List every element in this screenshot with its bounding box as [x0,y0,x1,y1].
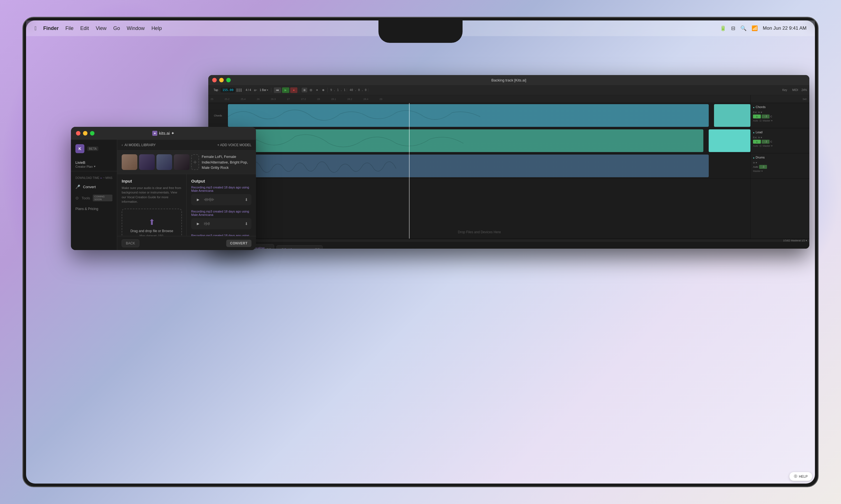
menubar-file[interactable]: File [65,25,73,31]
help-button[interactable]: ⓪ HELP [789,472,812,481]
mode-btn-2[interactable]: ⊡ [308,88,314,92]
logic-fullscreen-button[interactable] [226,78,231,82]
audio-player-1: ▶ [191,194,252,205]
ruler-mark: 28.1 [331,98,336,101]
model-card-2[interactable] [139,154,155,170]
chevron-down-icon[interactable]: ▾ [94,165,96,168]
logic-minimize-button[interactable] [219,78,224,82]
chords-block-2[interactable] [714,104,751,127]
mode-btn-1[interactable]: ⊕ [302,88,307,92]
ruler-mark: 27.2 [301,98,306,101]
apple-logo-icon:  [34,25,36,32]
waveform-bar [208,222,209,226]
user-info: LivieB Creator Plan ▾ [71,158,117,172]
output-label-2: Recording.mp3 created 18 days ago using … [191,210,252,216]
add-voice-model-button[interactable]: + ADD VOICE MODEL [217,143,252,147]
waveform-bar [207,198,208,201]
ai-model-library-button[interactable]: ‹ AI MODEL LIBRARY [122,143,156,147]
mode-btn-3[interactable]: ≡ [314,88,320,92]
lead-track-content[interactable] [228,128,751,153]
output-title: Output [191,179,252,183]
microphone-icon: 🎤 [75,184,80,189]
ruler-mark: 28.4 [363,98,368,101]
waveform-bar [210,198,210,202]
drums-track-content[interactable] [228,154,751,178]
ruler-mark: 25.2 [225,98,229,101]
kits-brand: K BETA [71,144,117,158]
logic-traffic-lights[interactable] [212,78,231,82]
play-button-1[interactable]: ▶ [194,196,201,203]
ruler-mark: 29 [380,98,382,101]
chords-block[interactable] [228,104,709,127]
ruler-mark: 26 [257,98,260,101]
lead-block-2[interactable] [709,129,751,152]
waveform-2 [204,221,242,226]
kits-sidebar: K BETA LivieB Creator Plan ▾ DOWNLOAD TI… [71,140,117,250]
waveform-bar [204,222,205,225]
back-button[interactable]: BACK [122,239,139,247]
menubar-view[interactable]: View [96,25,106,31]
kits-window-title: ✦ kits.ai ✦ [152,131,175,136]
kits-close-button[interactable] [76,131,81,136]
convert-button[interactable]: CONVERT [226,240,252,247]
chords-track-content[interactable] [228,103,751,128]
menubar-window[interactable]: Window [127,25,145,31]
midi-btn[interactable]: MIDI [791,88,800,92]
kits-fullscreen-button[interactable] [90,131,95,136]
kits-traffic-lights[interactable] [76,131,95,136]
logic-window: Backing track [Kits.ai] Tap 155.00 ▌▌▌ 4… [208,75,809,249]
play-button[interactable]: ▶ [282,87,289,93]
tools-nav-label: Tools [82,196,90,200]
tempo-display[interactable]: 155.00 [221,88,235,92]
menubar-go[interactable]: Go [113,25,120,31]
kits-window: ✦ kits.ai ✦ K BETA LivieB Creator Plan ▾ [71,127,256,250]
model-card-1[interactable] [122,154,137,170]
toolbar-tap-btn[interactable]: Tap [212,88,220,92]
sidebar-item-convert[interactable]: 🎤 Convert [71,182,117,192]
logic-pos-bar: tor ● ⊡ 0:40 0:41 0:42 0:43 1/16 ⊡ Maste… [208,239,809,242]
kits-titlebar: ✦ kits.ai ✦ [71,127,256,140]
coming-soon-badge: COMING SOON [93,195,113,201]
menubar-app-name[interactable]: Finder [43,25,58,31]
drums-track-sidebar-name: Drums [755,156,765,159]
toolbar-tempo-group: Tap 155.00 ▌▌▌ 4 / 4 ◉• 1 Bar • [210,88,271,92]
input-description: Make sure your audio is clear and free f… [122,186,182,204]
rewind-button[interactable]: ⏮ [274,87,281,93]
model-card-image-4 [174,154,189,170]
model-card-4[interactable] [174,154,189,170]
logic-close-button[interactable] [212,78,217,82]
bar-position[interactable]: 1 Bar • [258,88,270,92]
waveform-bar [204,199,205,200]
drums-block[interactable] [228,155,709,177]
user-plan: Creator Plan ▾ [75,165,113,168]
playhead [409,103,410,238]
notch [378,20,463,43]
input-title: Input [122,179,182,183]
lead-track-sidebar-name: Lead [755,130,762,134]
play-button-2[interactable]: ▶ [194,220,201,227]
drop-files-text: Drop Files and Devices Here [458,230,501,234]
menubar-edit[interactable]: Edit [80,25,89,31]
back-chevron-icon: ‹ [122,143,123,147]
download-button-2[interactable]: ⬇ [245,221,248,226]
add-model-card-button[interactable]: + [191,154,199,170]
key-btn[interactable]: Key [781,88,789,92]
waveform-bar [207,223,208,224]
plans-pricing-link[interactable]: Plans & Pricing [71,204,117,214]
tools-icon: ⊙ [75,196,79,200]
search-icon[interactable]: 🔍 [740,25,746,31]
model-card-image-2 [139,154,155,170]
time-sig-btn[interactable]: 4 / 4 [244,88,253,92]
kits-minimize-button[interactable] [83,131,87,136]
waveform-bar [211,199,211,200]
mode-btn-4[interactable]: ⊗ [321,88,326,92]
model-card-3[interactable] [156,154,172,170]
ruler-mark: 25 [210,98,213,101]
record-button[interactable]: ● [290,87,297,93]
download-button-1[interactable]: ⬇ [245,197,248,202]
sidebar-item-tools[interactable]: ⊙ Tools COMING SOON [71,192,117,204]
help-circle-icon: ⓪ [794,474,797,479]
waveform-bar [205,199,205,201]
menubar-help[interactable]: Help [151,25,162,31]
lead-block[interactable] [228,129,703,152]
